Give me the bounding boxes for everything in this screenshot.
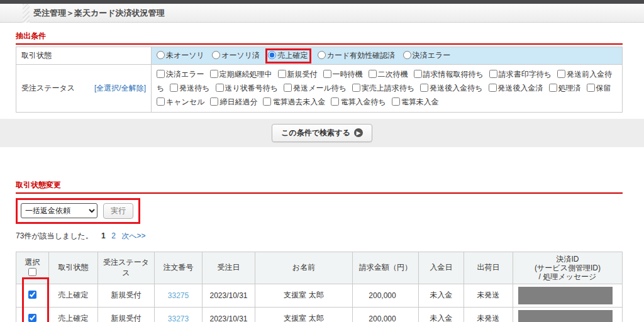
col-name: お名前: [255, 252, 353, 284]
radio-payment-error[interactable]: 決済エラー: [403, 51, 451, 60]
checkbox-input[interactable]: [557, 70, 565, 78]
row-checkbox[interactable]: [28, 314, 36, 322]
header-stripe-decoration: [23, 4, 30, 23]
radio-sales-confirmed[interactable]: 売上確定: [268, 51, 308, 60]
checkbox-input[interactable]: [392, 97, 400, 106]
checkbox-past-closing[interactable]: 締日経過分: [210, 97, 257, 106]
checkbox-actual-sales-wait[interactable]: 実売上請求待ち: [352, 84, 414, 92]
row-name: 支援室 太郎: [255, 284, 353, 307]
order-number-link[interactable]: 33275: [168, 291, 189, 300]
checkbox-input[interactable]: [414, 70, 422, 78]
checkbox-on-hold[interactable]: 保留: [587, 84, 611, 92]
pagination-page-2[interactable]: 2: [111, 231, 116, 240]
row-select-cell: [16, 307, 49, 322]
result-count: 73件が該当しました。: [16, 231, 93, 240]
checkbox-input[interactable]: [489, 70, 497, 78]
checkbox-input[interactable]: [549, 84, 557, 92]
checkbox-input[interactable]: [369, 70, 377, 78]
results-table-wrap: 選択 取引状態 受注ステータス 注文番号 受注日 お名前 請求金額（円） 入金日…: [16, 252, 623, 322]
checkbox-input[interactable]: [210, 70, 218, 78]
checkbox-temp-hold[interactable]: 一時待機: [323, 70, 363, 79]
select-all-link[interactable]: 全選択: [96, 84, 119, 92]
search-button[interactable]: この条件で検索する ▶: [272, 124, 372, 142]
checkbox-tracking-no-wait[interactable]: 送り状番号待ち: [216, 84, 279, 92]
checkbox-input[interactable]: [323, 70, 331, 78]
page-header: 受注管理＞楽天カード決済状況管理: [0, 4, 644, 23]
checkbox-input[interactable]: [284, 84, 292, 92]
checkbox-input[interactable]: [170, 84, 178, 92]
radio-card-validity-input[interactable]: [318, 51, 326, 59]
row-status: 新規受付: [98, 307, 155, 322]
row-state: 売上確定: [49, 307, 98, 322]
radio-unauthorized-input[interactable]: [157, 51, 165, 59]
col-ship-date: 出荷日: [464, 252, 513, 284]
table-row: 売上確定 新規受付 33275 2023/10/31 支援室 太郎 200,00…: [16, 284, 623, 307]
checkbox-input[interactable]: [278, 70, 286, 78]
checkbox-cancel[interactable]: キャンセル: [157, 97, 204, 106]
transaction-state-label: 取引状態: [16, 47, 152, 65]
pagination-next[interactable]: 次へ>>: [121, 231, 145, 240]
checkbox-input[interactable]: [352, 84, 360, 92]
col-order-date: 受注日: [203, 252, 255, 284]
bulk-action-select[interactable]: 一括返金依頼: [21, 203, 97, 218]
checkbox-recurring-processing[interactable]: 定期継続処理中: [210, 70, 272, 79]
checkbox-invoice-print-wait[interactable]: 請求書印字待ち: [489, 70, 552, 79]
clear-all-link[interactable]: 全解除: [121, 84, 144, 92]
order-number-link[interactable]: 33273: [168, 314, 189, 322]
checkbox-input[interactable]: [331, 97, 339, 106]
checkbox-input[interactable]: [216, 84, 224, 92]
row-order-date: 2023/10/31: [203, 307, 255, 322]
row-payment-date: 未入金: [419, 284, 464, 307]
execute-button[interactable]: 実行: [103, 203, 133, 219]
results-header-row: 選択 取引状態 受注ステータス 注文番号 受注日 お名前 請求金額（円） 入金日…: [16, 252, 623, 284]
transaction-state-options: 未オーソリ オーソリ済 売上確定 カード有効性確認済 決済エラー: [152, 47, 623, 65]
pagination-current: 1: [101, 231, 106, 240]
checkbox-densan-payment-wait[interactable]: 電算入金待ち: [331, 97, 386, 106]
checkbox-ship-wait[interactable]: 発送待ち: [170, 84, 209, 92]
radio-payment-error-input[interactable]: [403, 51, 411, 59]
result-count-line: 73件が該当しました。 1 2 次へ>>: [16, 231, 623, 242]
bulk-action-annotation: 一括返金依頼 実行: [16, 198, 140, 224]
select-all-checkbox[interactable]: [28, 268, 36, 276]
radio-unauthorized[interactable]: 未オーソリ: [157, 51, 204, 60]
checkbox-processed[interactable]: 処理済: [549, 84, 581, 92]
order-status-options: 決済エラー定期継続処理中新規受付一時待機二次待機請求情報取得待ち請求書印字待ち発…: [152, 65, 623, 113]
radio-authorized[interactable]: オーソリ済: [212, 51, 260, 60]
checkbox-input[interactable]: [210, 97, 218, 106]
radio-sales-confirmed-input[interactable]: [268, 51, 276, 59]
checkbox-postship-payment-wait[interactable]: 発送後入金待ち: [420, 84, 482, 92]
row-checkbox[interactable]: [28, 291, 36, 299]
redacted-block: [518, 310, 613, 322]
checkbox-input[interactable]: [157, 97, 165, 106]
row-payment-date: 未入金: [419, 307, 464, 322]
bulk-action-section-title: 取引状態変更: [16, 180, 623, 194]
row-order-date: 2023/10/31: [203, 284, 255, 307]
redacted-block: [518, 287, 613, 304]
radio-authorized-input[interactable]: [212, 51, 220, 59]
checkbox-input[interactable]: [263, 97, 271, 106]
checkbox-densan-unpaid[interactable]: 電算未入金: [392, 97, 439, 106]
row-name: 支援室 太郎: [255, 307, 353, 322]
row-ship-date: 未発送: [464, 307, 513, 322]
checkbox-input[interactable]: [420, 84, 428, 92]
row-ship-date: 未発送: [464, 284, 513, 307]
row-state: 売上確定: [49, 284, 98, 307]
checkbox-densan-past-unpaid[interactable]: 電算過去未入金: [263, 97, 325, 106]
row-amount: 200,000: [353, 284, 419, 307]
row-payment-id-cell: [513, 307, 623, 322]
checkbox-input[interactable]: [587, 84, 595, 92]
select-all-links: [全選択/全解除]: [94, 83, 146, 94]
row-amount: 200,000: [353, 307, 419, 322]
row-payment-id-cell: [513, 284, 623, 307]
checkbox-payment-error[interactable]: 決済エラー: [157, 70, 204, 79]
checkbox-new-order[interactable]: 新規受付: [278, 70, 318, 79]
checkbox-input[interactable]: [157, 70, 165, 78]
checkbox-billing-info-wait[interactable]: 請求情報取得待ち: [414, 70, 484, 79]
checkbox-ship-mail-wait[interactable]: 発送メール待ち: [284, 84, 347, 92]
checkbox-secondary-hold[interactable]: 二次待機: [369, 70, 408, 79]
arrow-right-icon: ▶: [354, 128, 363, 137]
checkbox-input[interactable]: [489, 84, 497, 92]
checkbox-postship-paid[interactable]: 発送後入金済: [489, 84, 543, 92]
radio-card-validity-checked[interactable]: カード有効性確認済: [318, 51, 396, 60]
filter-section-title: 抽出条件: [16, 31, 623, 45]
